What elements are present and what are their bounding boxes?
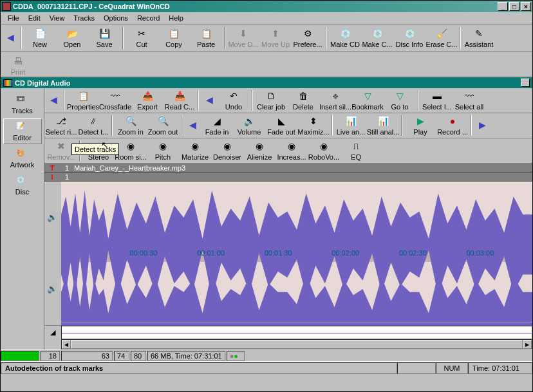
clear-job-button[interactable]: 🗋Clear job — [255, 89, 287, 112]
clear-icon: 🗋 — [265, 90, 277, 102]
live-icon: 📊 — [345, 115, 357, 127]
detect-tracks-button[interactable]: ⫽Detect t... — [77, 114, 109, 137]
save-button[interactable]: 💾Save — [88, 26, 120, 50]
disc-info-button[interactable]: 💿Disc Info — [393, 26, 425, 50]
info-val-2: 63 — [61, 351, 113, 361]
cut-button[interactable]: ✂Cut — [126, 26, 158, 50]
minimize-button[interactable]: _ — [498, 2, 508, 11]
info-val-3: 74 — [114, 351, 129, 361]
goto-button[interactable]: ▽Go to — [384, 89, 416, 112]
make-c-button[interactable]: 💿Make C... — [361, 26, 393, 50]
cd-icon: 💿 — [339, 28, 351, 39]
robovoice-icon: ◉ — [318, 140, 330, 152]
open-icon: 📂 — [66, 28, 78, 39]
waveform-view[interactable]: 🔊 🔊 00:00:3000:01:0000:01:3000:02:0000:0… — [44, 182, 532, 325]
panel-title: CD Digital Audio — [15, 79, 70, 87]
preferences-button[interactable]: ⚙Prefere... — [292, 26, 324, 50]
workarea: 📼Tracks 📝Editor 🎨Artwork 💿Disc ◀ 📋Proper… — [1, 88, 532, 350]
delete-icon: 🗑 — [297, 90, 309, 102]
back-button[interactable]: ◀ — [2, 26, 19, 50]
track-filename[interactable]: Mariah_Carey_-_Heartbreaker.mp3 — [71, 164, 185, 172]
play-button[interactable]: ▶Play — [404, 114, 436, 137]
still-analysis-button[interactable]: 📊Still anal... — [367, 114, 399, 137]
select-ri-button[interactable]: ⎇Select ri... — [45, 114, 77, 137]
robovoice-button[interactable]: ◉RoboVo... — [308, 139, 340, 162]
assistant-icon: ✎ — [473, 28, 485, 39]
alienize-button[interactable]: ◉Alienize — [243, 139, 276, 162]
erase-icon: 🧹 — [436, 28, 447, 39]
tab-disc[interactable]: 💿Disc — [3, 173, 42, 198]
make-cd-button[interactable]: 💿Make CD — [329, 26, 361, 50]
select-all-icon: 〰 — [463, 90, 475, 102]
pitch-icon: ◉ — [157, 140, 169, 152]
horizontal-scrollbar[interactable]: ◀ ▶ — [44, 339, 532, 350]
crossfade-button[interactable]: 〰Crossfade — [99, 89, 131, 112]
menu-file[interactable]: File — [3, 13, 24, 23]
select-i-button[interactable]: ▬Select I... — [421, 89, 453, 112]
tab-artwork[interactable]: 🎨Artwork — [3, 145, 42, 171]
undo-button[interactable]: ↶Undo — [218, 89, 250, 112]
read-c-button[interactable]: 📥Read C... — [164, 89, 196, 112]
panel-maximize-button[interactable] — [521, 79, 530, 87]
copy-button[interactable]: 📋Copy — [158, 26, 190, 50]
erase-c-button[interactable]: 🧹Erase C... — [425, 26, 458, 50]
menu-record[interactable]: Record — [133, 13, 164, 23]
scroll-right-button[interactable]: ▶ — [523, 340, 532, 349]
move-up-button[interactable]: ⬆Move Up — [259, 26, 292, 50]
fade-out-button[interactable]: ◣Fade out — [265, 114, 297, 137]
maturize-button[interactable]: ◉Maturize — [179, 139, 211, 162]
scroll-thumb[interactable] — [71, 340, 523, 349]
properties-button[interactable]: 📋Properties — [67, 89, 99, 112]
pitch-button[interactable]: ◉Pitch — [147, 139, 179, 162]
eq-button[interactable]: ⎍EQ — [340, 139, 372, 162]
fade-in-button[interactable]: ◢Fade in — [201, 114, 233, 137]
maximize-button[interactable]: □ — [509, 2, 519, 11]
progress-bar — [1, 351, 39, 361]
move-up-icon: ⬆ — [270, 28, 281, 39]
disc-info-icon: 💿 — [404, 28, 415, 39]
volume-button[interactable]: 🔊Volume — [233, 114, 265, 137]
next-button[interactable]: ▶ — [474, 114, 491, 137]
bookmark-button[interactable]: ▽Bookmark — [351, 89, 384, 112]
live-analysis-button[interactable]: 📊Live an... — [335, 114, 367, 137]
tab-editor[interactable]: 📝Editor — [3, 118, 42, 144]
room-simulation-button[interactable]: ◉Room si... — [115, 139, 147, 162]
menu-tracks[interactable]: Tracks — [69, 13, 99, 23]
zoom-in-button[interactable]: 🔍Zoom in — [115, 114, 147, 137]
increase-button[interactable]: ◉Increas... — [276, 139, 308, 162]
insert-icon: ⎆ — [330, 90, 341, 102]
tab-tracks[interactable]: 📼Tracks — [3, 91, 42, 117]
menu-view[interactable]: View — [45, 13, 70, 23]
crossfade-icon: 〰 — [109, 90, 121, 102]
left-arrow-button[interactable]: ◀ — [201, 89, 218, 112]
track-i-label: I — [44, 173, 60, 181]
print-button[interactable]: 🖶Print — [2, 53, 34, 78]
select-all-button[interactable]: 〰Select all — [453, 89, 485, 112]
assistant-button[interactable]: ✎Assistant — [463, 26, 495, 50]
left-speaker-icon: 🔊 — [47, 212, 59, 223]
menu-help[interactable]: Help — [164, 13, 188, 23]
menu-edit[interactable]: Edit — [24, 13, 45, 23]
denoiser-button[interactable]: ◉Denoiser — [211, 139, 243, 162]
waveform-canvas[interactable]: 00:00:3000:01:0000:01:3000:02:0000:02:30… — [61, 182, 532, 325]
alienize-icon: ◉ — [254, 140, 265, 152]
close-button[interactable]: × — [521, 2, 531, 11]
volume-strip[interactable]: ◢ — [44, 325, 532, 339]
export-button[interactable]: 📤Export — [131, 89, 164, 112]
scroll-left-button[interactable]: ◀ — [62, 340, 71, 349]
zoom-out-button[interactable]: 🔍Zoom out — [147, 114, 179, 137]
record-button[interactable]: ●Record ... — [436, 114, 469, 137]
delete-button[interactable]: 🗑Delete — [287, 89, 319, 112]
maximize-button2[interactable]: ⬍Maximiz... — [297, 114, 330, 137]
new-button[interactable]: 📄New — [24, 26, 56, 50]
menu-options[interactable]: Options — [99, 13, 133, 23]
left2-button[interactable]: ◀ — [184, 114, 201, 137]
prev-button[interactable]: ◀ — [45, 89, 62, 112]
open-button[interactable]: 📂Open — [56, 26, 88, 50]
paste-button[interactable]: 📋Paste — [190, 26, 222, 50]
move-down-button[interactable]: ⬇Move D... — [227, 26, 259, 50]
led-indicators: ●● — [227, 351, 245, 361]
panel-header: CD Digital Audio — [1, 77, 532, 88]
denoiser-icon: ◉ — [221, 140, 233, 152]
insert-silence-button[interactable]: ⎆Insert sil... — [319, 89, 351, 112]
